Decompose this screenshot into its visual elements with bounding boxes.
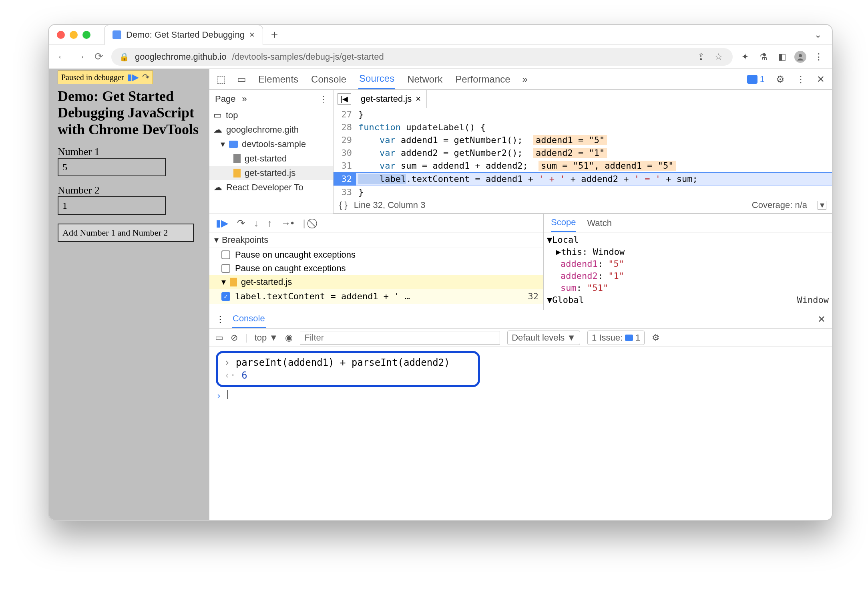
window-controls: [49, 31, 98, 39]
navigate-back-icon[interactable]: |◀: [338, 93, 351, 105]
kebab-menu-icon[interactable]: ⋮: [813, 52, 825, 62]
step-button[interactable]: →•: [281, 218, 294, 229]
devtools-panel: ⬚ ▭ Elements Console Sources Network Per…: [209, 69, 832, 520]
paused-overlay: Paused in debugger ▮▶ ↷: [58, 71, 153, 84]
tree-top[interactable]: ▭top: [209, 108, 333, 123]
context-selector[interactable]: top ▼: [255, 333, 278, 343]
browser-tab[interactable]: Demo: Get Started Debugging ×: [104, 25, 263, 45]
devtools-menu-icon[interactable]: ⋮: [796, 74, 806, 85]
console-filter-input[interactable]: [300, 331, 500, 345]
address-bar[interactable]: 🔒 googlechrome.github.io/devtools-sample…: [111, 48, 733, 66]
reload-button[interactable]: ⟳: [93, 50, 105, 63]
coverage-status: Coverage: n/a: [752, 200, 807, 210]
tree-domain[interactable]: ☁googlechrome.gith: [209, 123, 333, 137]
share-icon[interactable]: ⇪: [695, 52, 707, 62]
scope-body: ▼Local ▶this: Window addend1: "5" addend…: [544, 232, 832, 310]
issues-button[interactable]: 1 Issue: 1: [587, 331, 645, 345]
step-over-icon[interactable]: ↷: [142, 72, 149, 83]
tab-close-icon[interactable]: ×: [249, 30, 255, 40]
tab-console[interactable]: Console: [310, 70, 347, 89]
pause-caught-row[interactable]: Pause on caught exceptions: [209, 262, 543, 275]
navigator-menu-icon[interactable]: ⋮: [319, 94, 328, 104]
tree-folder[interactable]: ▾devtools-sample: [209, 137, 333, 151]
minimize-window-icon[interactable]: [70, 31, 78, 39]
tab-elements[interactable]: Elements: [257, 70, 299, 89]
tab-list-chevron-icon[interactable]: ⌄: [814, 30, 822, 40]
drawer-console-tab[interactable]: Console: [232, 310, 266, 328]
cursor-position: Line 32, Column 3: [354, 200, 426, 210]
new-tab-button[interactable]: +: [271, 28, 278, 42]
labs-icon[interactable]: ⚗: [757, 52, 770, 62]
issues-indicator[interactable]: 1: [747, 74, 765, 85]
url-path: /devtools-samples/debug-js/get-started: [232, 52, 384, 62]
tab-performance[interactable]: Performance: [454, 70, 511, 89]
console-settings-icon[interactable]: ⚙: [652, 333, 660, 343]
debugger-toolbar: ▮▶ ↷ ↓ ↑ →• | ⃠: [209, 214, 543, 232]
label-number1: Number 1: [58, 146, 200, 158]
breakpoint-file[interactable]: ▾get-started.js: [209, 275, 543, 289]
drawer-menu-icon[interactable]: ⋮: [216, 314, 225, 325]
breakpoint-entry[interactable]: ✓label.textContent = addend1 + ' …32: [209, 289, 543, 304]
tree-react-ext[interactable]: ☁React Developer To: [209, 180, 333, 195]
svg-point-0: [799, 54, 802, 57]
console-body[interactable]: › parseInt(addend1) + parseInt(addend2) …: [209, 347, 832, 410]
sources-navigator: Page » ⋮ ▭top ☁googlechrome.gith ▾devtoo…: [209, 90, 334, 214]
more-tabs-icon[interactable]: »: [522, 74, 528, 85]
navigator-page-tab[interactable]: Page: [215, 94, 235, 104]
console-drawer: ⋮ Console ✕ ▭ ⊘ | top ▼ ◉ Default levels…: [209, 310, 832, 410]
log-levels-selector[interactable]: Default levels ▼: [507, 331, 580, 345]
add-button[interactable]: Add Number 1 and Number 2: [58, 224, 194, 242]
status-menu-icon[interactable]: ▾: [818, 201, 826, 210]
devtools-close-icon[interactable]: ✕: [817, 74, 825, 85]
settings-icon[interactable]: ⚙: [776, 74, 785, 85]
input-number1[interactable]: [58, 158, 166, 176]
editor-tab-close-icon[interactable]: ×: [416, 94, 421, 104]
scope-tab[interactable]: Scope: [551, 214, 576, 232]
sidepanel-icon[interactable]: ◧: [776, 52, 788, 62]
clear-console-icon[interactable]: ⊘: [231, 333, 238, 343]
editor-file-tab[interactable]: get-started.js ×: [355, 90, 427, 108]
console-prompt[interactable]: ›: [216, 389, 826, 402]
lock-icon: 🔒: [119, 52, 129, 62]
inspect-icon[interactable]: ⬚: [217, 74, 226, 85]
code-editor: |◀ get-started.js × 27}28function update…: [334, 90, 832, 214]
drawer-close-icon[interactable]: ✕: [818, 314, 826, 325]
code-area[interactable]: 27}28function updateLabel() {29 var adde…: [334, 108, 832, 197]
watch-tab[interactable]: Watch: [587, 218, 612, 228]
tree-file-html[interactable]: get-started: [209, 151, 333, 166]
navigator-more-icon[interactable]: »: [242, 94, 247, 104]
close-window-icon[interactable]: [57, 31, 65, 39]
step-into-button[interactable]: ↓: [254, 218, 259, 229]
input-number2[interactable]: [58, 196, 166, 215]
back-button[interactable]: ←: [56, 50, 68, 63]
bookmark-icon[interactable]: ☆: [713, 52, 725, 62]
devtools-tabbar: ⬚ ▭ Elements Console Sources Network Per…: [209, 69, 832, 90]
toolbar: ← → ⟳ 🔒 googlechrome.github.io/devtools-…: [49, 45, 832, 69]
maximize-window-icon[interactable]: [82, 31, 90, 39]
page-title: Demo: Get Started Debugging JavaScript w…: [58, 88, 200, 138]
device-toggle-icon[interactable]: ▭: [237, 74, 246, 85]
pretty-print-icon[interactable]: { }: [339, 200, 348, 210]
step-over-button[interactable]: ↷: [237, 218, 245, 229]
resume-button[interactable]: ▮▶: [216, 218, 228, 229]
live-expression-icon[interactable]: ◉: [285, 333, 293, 343]
debugger-left: ▮▶ ↷ ↓ ↑ →• | ⃠ ▾Breakpoints Pause on un…: [209, 214, 544, 310]
step-out-button[interactable]: ↑: [267, 218, 272, 229]
breakpoints-section[interactable]: ▾Breakpoints: [209, 232, 543, 248]
tab-sources[interactable]: Sources: [358, 69, 395, 89]
profile-avatar[interactable]: [794, 51, 806, 63]
page-viewport: Paused in debugger ▮▶ ↷ Demo: Get Starte…: [49, 69, 209, 520]
resume-icon[interactable]: ▮▶: [127, 72, 139, 83]
label-number2: Number 2: [58, 184, 200, 196]
extensions-icon[interactable]: ✦: [739, 52, 751, 62]
url-host: googlechrome.github.io: [135, 52, 227, 62]
tab-network[interactable]: Network: [406, 70, 443, 89]
console-input-expr: parseInt(addend1) + parseInt(addend2): [236, 357, 450, 368]
highlighted-console-entry: › parseInt(addend1) + parseInt(addend2) …: [216, 351, 480, 387]
console-toolbar: ▭ ⊘ | top ▼ ◉ Default levels ▼ 1 Issue: …: [209, 329, 832, 347]
forward-button[interactable]: →: [74, 50, 86, 63]
console-result: 6: [241, 370, 247, 381]
console-sidebar-toggle-icon[interactable]: ▭: [215, 333, 223, 343]
pause-uncaught-row[interactable]: Pause on uncaught exceptions: [209, 248, 543, 262]
tree-file-js[interactable]: get-started.js: [209, 166, 333, 180]
